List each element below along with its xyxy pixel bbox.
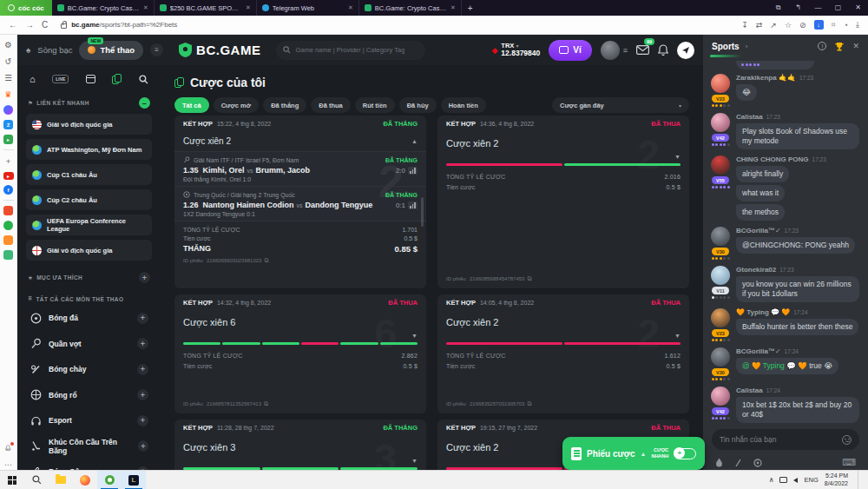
avatar[interactable] <box>601 41 620 60</box>
language-indicator[interactable]: ENG <box>804 476 818 484</box>
copy-icon[interactable]: ⧉ <box>527 275 531 282</box>
quick-bet-toggle[interactable]: + <box>674 448 696 459</box>
maximize-button[interactable]: ▢ <box>828 0 848 16</box>
bet-card[interactable]: KẾT HỢP14:32, 4 thg 8, 2022ĐÃ THUA Cược … <box>174 294 426 413</box>
rain-icon[interactable] <box>715 458 723 467</box>
chat-messages[interactable]: V23 Zarakikenpa 🤙🤙17:23 😂 V42 Calistaa17… <box>703 57 868 425</box>
avatar[interactable] <box>711 155 730 175</box>
url-field[interactable]: bc.game/sports?bt-path=%2Fbets <box>56 18 733 32</box>
messenger-icon[interactable] <box>3 105 13 115</box>
coin-icon[interactable] <box>753 459 762 467</box>
avatar[interactable] <box>711 74 730 93</box>
filter-won[interactable]: Đã thắng <box>263 97 306 113</box>
forward-icon[interactable]: → <box>25 20 34 30</box>
chat-username[interactable]: 🧡 Typing 💬 🧡 <box>736 308 790 316</box>
stats-icon[interactable] <box>408 167 418 175</box>
avatar[interactable] <box>711 266 730 285</box>
collapse-quick-links-button[interactable]: – <box>139 97 150 109</box>
add-favorite-button[interactable]: + <box>139 272 150 283</box>
save-page-icon[interactable]: ↧ <box>741 21 748 30</box>
betslip-button[interactable]: Phiếu cược ▲ CƯỢC NHANH + <box>562 437 705 470</box>
avatar[interactable] <box>711 227 730 246</box>
close-window-button[interactable]: ✕ <box>848 0 868 16</box>
chat-app-icon[interactable] <box>3 221 13 230</box>
shield-icon[interactable]: ⊘ <box>799 21 806 30</box>
legs-scrollbar[interactable] <box>421 197 424 227</box>
quick-link[interactable]: Cúp C1 châu Âu <box>26 164 152 185</box>
copy-icon[interactable]: ⧉ <box>264 400 268 407</box>
live-tab[interactable]: LIVE <box>52 75 69 83</box>
account-menu-icon[interactable]: ≡ <box>623 46 628 55</box>
chat-username[interactable]: Calistaa <box>736 113 763 121</box>
avatar[interactable] <box>711 113 730 132</box>
show-desktop-button[interactable] <box>858 471 861 489</box>
chat-username[interactable]: Zarakikenpa 🤙🤙 <box>736 74 796 82</box>
sidebar-sport-football[interactable]: Bóng đá+ <box>26 307 152 328</box>
translate-icon[interactable]: ⇄ <box>756 21 763 30</box>
popup-arrow-icon[interactable]: ↰ <box>788 0 808 16</box>
home-icon[interactable]: ⌂ <box>30 74 36 84</box>
chat-username[interactable]: BCGorilla™✓ <box>736 347 781 355</box>
rules-icon[interactable] <box>734 459 742 467</box>
tray-expand-icon[interactable]: ∧ <box>769 476 774 484</box>
emoji-icon[interactable] <box>842 435 852 445</box>
chat-username[interactable]: CHING CHONG PONG <box>736 155 809 163</box>
balance-selector[interactable]: ◆ TRX ▾ 12.8379840 <box>491 43 540 58</box>
bell-icon[interactable] <box>658 44 668 56</box>
my-bets-icon[interactable] <box>112 74 122 84</box>
mode-collapse-button[interactable]: ≡ <box>150 43 163 56</box>
sports-mode-pill[interactable]: NEW Thể thao <box>79 41 143 60</box>
bcgame-logo[interactable]: BC.GAME <box>179 43 260 57</box>
extensions-icon[interactable]: ⌗ <box>832 20 836 30</box>
chat-toggle-button[interactable] <box>677 42 694 59</box>
close-chat-icon[interactable]: ✕ <box>852 42 859 50</box>
avatar[interactable] <box>711 308 730 327</box>
search-sports-icon[interactable] <box>139 75 148 84</box>
firefox-icon[interactable] <box>73 471 97 489</box>
quick-link[interactable]: Giải vô địch quốc gia <box>26 240 152 261</box>
new-tab-button[interactable]: + <box>468 3 473 13</box>
file-explorer-icon[interactable] <box>49 471 73 489</box>
downloads-icon[interactable]: ↓ <box>814 20 824 30</box>
sidebar-sport-esport[interactable]: Esport+ <box>26 410 152 431</box>
wallet-button[interactable]: Ví <box>549 40 591 61</box>
chat-room-tab[interactable]: Sports <box>712 42 740 51</box>
quick-link[interactable]: Giải vô địch quốc gia <box>26 114 152 135</box>
shop-icon[interactable] <box>3 206 13 215</box>
league-of-legends-icon[interactable]: L <box>122 471 146 489</box>
taskbar-clock[interactable]: 5:24 PM 8/4/2022 <box>825 472 848 488</box>
chevron-down-icon[interactable]: ▼ <box>674 154 681 160</box>
more-icon[interactable]: ⋯ <box>3 459 14 470</box>
quick-link[interactable]: UEFA Europa Conference League <box>26 215 152 235</box>
chat-username[interactable]: BCGorilla™✓ <box>736 227 781 235</box>
filter-open[interactable]: Cược mở <box>214 97 259 113</box>
chat-input[interactable]: Tin nhắn của bạn <box>712 429 859 450</box>
filter-canceled[interactable]: Đã hủy <box>399 97 437 113</box>
bet-card[interactable]: KẾT HỢP15:22, 4 thg 8, 2022ĐÃ THẮNG Cược… <box>174 116 426 288</box>
chevron-down-icon[interactable]: ▼ <box>674 333 681 339</box>
filter-all[interactable]: Tất cả <box>174 97 209 113</box>
filter-cashout[interactable]: Rút tiền <box>355 97 395 113</box>
chat-username[interactable]: Calistaa <box>736 387 763 394</box>
refresh-icon[interactable]: C <box>42 20 48 30</box>
expand-icon[interactable]: + <box>137 313 148 324</box>
inbox-button[interactable]: 99 <box>636 43 649 58</box>
coccoc-taskbar-icon[interactable] <box>97 471 122 489</box>
trophy-icon[interactable] <box>834 42 845 51</box>
facebook-icon[interactable]: f <box>3 185 13 195</box>
download-icon[interactable]: ⤓ <box>856 20 859 30</box>
tab-close-icon[interactable]: ✕ <box>246 4 251 11</box>
browser-tab[interactable]: $250 BC.GAME SPORTS PARL✕ <box>155 0 257 16</box>
chevron-up-icon[interactable]: ▲ <box>411 138 418 144</box>
copy-icon[interactable]: ⧉ <box>264 257 268 264</box>
youtube-icon[interactable]: ▸ <box>3 172 14 180</box>
calendar-icon[interactable] <box>86 75 95 83</box>
avatar[interactable] <box>711 387 730 406</box>
tab-close-icon[interactable]: ✕ <box>143 4 148 11</box>
add-shortcut-icon[interactable]: + <box>3 155 14 167</box>
lock-icon[interactable] <box>61 23 67 29</box>
expand-icon[interactable]: + <box>137 338 148 349</box>
profile-icon[interactable]: ◔ <box>844 21 848 30</box>
tab-close-icon[interactable]: ✕ <box>348 4 353 11</box>
quick-link[interactable]: Cúp C2 châu Âu <box>26 189 152 210</box>
